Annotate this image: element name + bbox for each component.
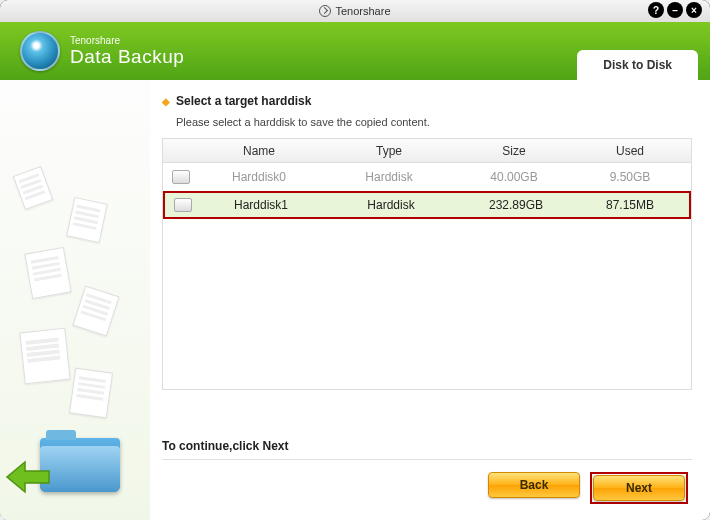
sidebar-illustration: [0, 80, 150, 520]
titlebar: Tenorshare ? – ×: [0, 0, 710, 22]
bullet-icon: ◆: [162, 96, 170, 107]
close-button[interactable]: ×: [686, 2, 702, 18]
brand-name: Tenorshare: [70, 35, 184, 46]
next-button[interactable]: Next: [593, 475, 685, 501]
footer-hint: To continue,click Next: [162, 431, 692, 453]
help-button[interactable]: ?: [648, 2, 664, 18]
table-row[interactable]: Harddisk0 Harddisk 40.00GB 9.50GB: [163, 163, 691, 191]
app-window: Tenorshare ? – × Tenorshare Data Backup …: [0, 0, 710, 520]
back-arrow-icon: [5, 459, 53, 495]
col-size: Size: [459, 144, 569, 158]
app-logo-icon: [319, 5, 331, 17]
header-logo-icon: [20, 31, 60, 71]
col-name: Name: [199, 144, 319, 158]
back-button[interactable]: Back: [488, 472, 580, 498]
table-row[interactable]: Harddisk1 Harddisk 232.89GB 87.15MB: [163, 191, 691, 219]
next-button-highlight: Next: [590, 472, 688, 504]
minimize-button[interactable]: –: [667, 2, 683, 18]
section-title: ◆ Select a target harddisk: [162, 94, 692, 108]
section-subtitle: Please select a harddisk to save the cop…: [176, 116, 692, 128]
titlebar-text: Tenorshare: [335, 5, 390, 17]
header: Tenorshare Data Backup Disk to Disk: [0, 22, 710, 80]
harddisk-icon: [172, 170, 190, 184]
disk-table: Name Type Size Used Harddisk0 Harddisk 4…: [162, 138, 692, 390]
harddisk-icon: [174, 198, 192, 212]
app-name: Data Backup: [70, 46, 184, 68]
table-header: Name Type Size Used: [163, 139, 691, 163]
tab-disk-to-disk[interactable]: Disk to Disk: [577, 50, 698, 80]
col-used: Used: [569, 144, 691, 158]
divider: [162, 459, 692, 460]
col-type: Type: [319, 144, 459, 158]
